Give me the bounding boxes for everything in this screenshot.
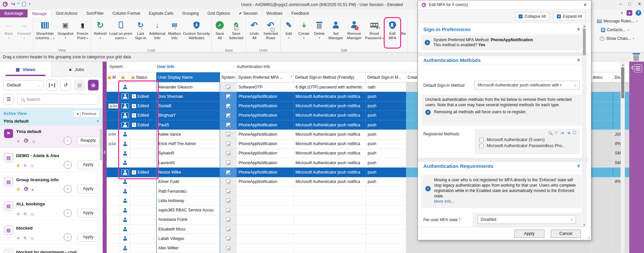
view-mode-dropdown[interactable]: Default⌄ <box>3 80 44 90</box>
tab-views[interactable]: ▦Views <box>0 62 51 77</box>
collapse-section-icon[interactable]: » <box>96 120 101 122</box>
system-checkbox[interactable] <box>226 142 230 146</box>
load-on-prem-users-button[interactable]: ↓Load on-premusers ▾ <box>109 18 133 48</box>
tab-sort-filter[interactable]: Sort/Filter <box>82 9 108 17</box>
minimize-button[interactable]: – <box>619 1 622 6</box>
reg-search-icon[interactable] <box>548 131 551 134</box>
remove-manager-button[interactable]: ✕RemoveManager <box>344 18 364 48</box>
view-card-blocked[interactable]: ▦blocked★✎☺iApply <box>0 222 103 244</box>
apply-button[interactable]: Apply <box>514 230 544 238</box>
help-icon[interactable]: ? <box>636 10 641 16</box>
copy-icon[interactable] <box>22 2 26 6</box>
column-header-system-preferred-mfa[interactable]: System Preferred MFA ...▼ <box>237 72 294 82</box>
column-header-x[interactable] <box>120 72 130 82</box>
system-checkbox[interactable] <box>226 189 230 193</box>
column-header-default-sign-in-method-friendly[interactable]: Default Sign-in Method (Friendly) <box>294 72 366 82</box>
share-icon[interactable]: ↪ <box>11 1 15 7</box>
system-checkbox[interactable] <box>226 85 230 89</box>
table-row[interactable]: Alex Wilber <box>107 244 629 253</box>
re-button[interactable]: Re <box>400 18 407 48</box>
filter-views-button[interactable]: ☰ <box>3 94 14 105</box>
smiley-icon[interactable]: ☺ <box>32 139 36 144</box>
edit-mfa-button[interactable]: EditMFA <box>385 18 400 48</box>
edit-columns-button[interactable]: ✎ <box>47 80 57 90</box>
dialog-scrollbar[interactable]: ▲ ▼ <box>582 24 586 228</box>
view-card-group-licensing-info[interactable]: ▦Group licensing info★»iApply <box>0 174 103 196</box>
default-signin-dropdown[interactable]: Microsoft Authenticator push notificatio… <box>475 81 580 89</box>
expand-all-button[interactable]: +Expand All <box>553 12 586 20</box>
show-hide-columns-button[interactable]: Show/Hidecolumns... ▾ <box>34 18 56 48</box>
custom-security-attributes-button[interactable]: Custom SecurityAttributes <box>182 18 211 48</box>
column-header-system[interactable]: System ... <box>220 72 237 82</box>
pencil-icon[interactable]: ✎ <box>23 211 27 216</box>
dialog-close-icon[interactable]: ✕ <box>583 2 587 7</box>
create-button[interactable]: ⊕Create▾ <box>296 18 312 48</box>
more-info-link[interactable]: More Info... <box>434 199 454 204</box>
message-rules-button[interactable]: Message Rules...▾ <box>597 19 638 23</box>
column-header-dress[interactable]: dress <box>591 72 613 82</box>
apply-view-button[interactable]: Apply <box>77 209 99 217</box>
reg-checkall-icon[interactable]: ☐ <box>573 130 576 135</box>
system-checkbox[interactable] <box>226 151 230 155</box>
system-checkbox[interactable] <box>226 123 230 127</box>
system-checkbox[interactable] <box>226 161 230 165</box>
method-checkbox[interactable] <box>479 144 484 148</box>
sidebar-scrollbar[interactable] <box>100 129 102 161</box>
ytria-icon[interactable] <box>23 138 29 144</box>
ytria-icon[interactable] <box>23 186 29 192</box>
reset-password-button[interactable]: ✱✱✱↶ResetPassword ▾ <box>364 18 385 48</box>
tab-jobs[interactable]: ▶Jobs <box>51 62 103 77</box>
reapply-view-button[interactable]: Reapply <box>77 136 99 145</box>
view-info-button[interactable]: i <box>64 185 72 193</box>
restore-button[interactable]: □ <box>628 1 631 6</box>
selected-rows-button[interactable]: ↶✓SelectedRows <box>262 18 280 48</box>
filter-caret-icon[interactable]: ▼ <box>290 75 293 78</box>
reset-view-button[interactable]: ↺ <box>60 80 71 90</box>
group-header-authentication-info[interactable]: Authentication Info <box>237 64 270 69</box>
refresh-button[interactable]: ↻Refresh▾ <box>92 18 109 48</box>
tab-session[interactable]: ✔ Session <box>234 9 262 17</box>
save-all-button[interactable]: ✓SaveAll <box>212 18 227 48</box>
delete-button[interactable]: Delete▾ <box>312 18 327 48</box>
system-checkbox[interactable] <box>226 104 230 108</box>
pencil-icon[interactable]: ✎ <box>23 163 27 168</box>
reg-undo-icon[interactable]: ↺ <box>554 130 557 135</box>
tab-column-format[interactable]: Column Format <box>108 9 145 17</box>
column-header-default-sign-in-m[interactable]: Default Sign-in M... <box>366 72 406 82</box>
system-checkbox[interactable] <box>226 113 230 118</box>
trash-icon[interactable] <box>633 53 640 62</box>
view-info-button[interactable]: i <box>64 233 72 241</box>
group-header-system[interactable]: System <box>109 64 123 69</box>
star-icon[interactable]: ★ <box>16 211 20 216</box>
add-view-button[interactable]: ⊕ <box>88 80 99 90</box>
system-checkbox[interactable] <box>226 217 230 222</box>
show-chats-button[interactable]: =Show Chats...▾ <box>600 36 634 41</box>
star-icon[interactable]: ★ <box>16 163 20 168</box>
system-checkbox[interactable] <box>226 236 230 241</box>
system-checkbox[interactable] <box>226 132 230 136</box>
system-checkbox[interactable] <box>226 208 230 212</box>
system-checkbox[interactable] <box>226 170 230 175</box>
column-header-status[interactable]: Status <box>130 72 156 82</box>
column-header-m[interactable]: M. <box>107 72 120 82</box>
system-checkbox[interactable] <box>226 180 230 184</box>
save-selected-button[interactable]: ✓✓SaveSelected <box>227 18 245 48</box>
edit-button[interactable]: ✎Edit▾ <box>281 18 296 48</box>
group-header-user-info[interactable]: User Info <box>157 64 174 69</box>
apply-view-button[interactable]: Apply <box>77 233 99 242</box>
qat-dropdown-icon[interactable]: ▾ <box>29 2 31 6</box>
tab-manage[interactable]: Manage <box>28 9 51 17</box>
additional-info-button[interactable]: ↓AdditionalInfo <box>148 18 166 48</box>
collapse-ribbon-icon[interactable]: ∧ <box>621 11 623 15</box>
contacts-button[interactable]: Contacts...▾ <box>601 27 629 32</box>
account-badge-icon[interactable]: ● <box>627 10 632 16</box>
auth-methods-collapse-icon[interactable]: ∨ <box>577 57 580 62</box>
save-view-button[interactable]: ▩ <box>74 80 85 90</box>
tab-backstage[interactable]: Backstage <box>0 9 28 17</box>
tab-grid-actions[interactable]: Grid Actions <box>51 9 82 17</box>
undo-all-button[interactable]: ↶UndoAll <box>247 18 262 48</box>
chevrons-icon[interactable]: » <box>32 187 34 192</box>
reg-sort-asc-icon[interactable]: ↓a <box>560 131 564 135</box>
tab-feedback[interactable]: Feedback <box>287 9 314 17</box>
resize-grip[interactable] <box>587 236 590 239</box>
